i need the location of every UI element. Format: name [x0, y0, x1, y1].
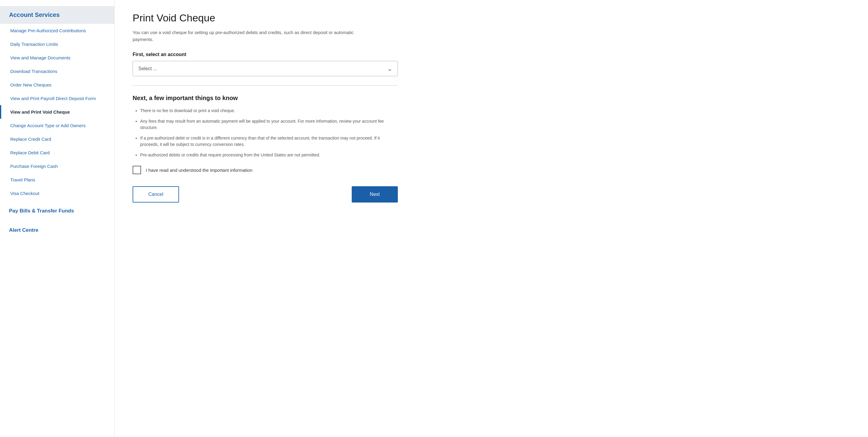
- sidebar-item-manage-pre-auth[interactable]: Manage Pre-Authorized Contributions: [0, 24, 114, 37]
- page-title: Print Void Cheque: [133, 12, 850, 24]
- list-item: There is no fee to download or print a v…: [140, 107, 398, 114]
- alert-centre-title[interactable]: Alert Centre: [0, 222, 114, 239]
- sidebar-item-travel-plans[interactable]: Travel Plans: [0, 173, 114, 187]
- sidebar-item-replace-credit-card[interactable]: Replace Credit Card: [0, 132, 114, 146]
- checkbox-row: I have read and understood the important…: [133, 166, 398, 174]
- list-item: If a pre-authorized debit or credit is i…: [140, 135, 398, 148]
- account-select-wrapper: Select ... ⌄: [133, 61, 398, 76]
- sidebar-item-replace-debit-card[interactable]: Replace Debit Card: [0, 146, 114, 159]
- sidebar-item-view-print-payroll[interactable]: View and Print Payroll Direct Deposit Fo…: [0, 92, 114, 105]
- sidebar-item-download-transactions[interactable]: Download Transactions: [0, 64, 114, 78]
- list-item: Any fees that may result from an automat…: [140, 118, 398, 131]
- page-description: You can use a void cheque for setting up…: [133, 29, 368, 43]
- sidebar-item-daily-transaction-limits[interactable]: Daily Transaction Limits: [0, 37, 114, 51]
- sidebar-item-visa-checkout[interactable]: Visa Checkout: [0, 187, 114, 200]
- account-select[interactable]: Select ...: [133, 61, 398, 76]
- sidebar-item-purchase-foreign-cash[interactable]: Purchase Foreign Cash: [0, 159, 114, 173]
- important-section-title: Next, a few important things to know: [133, 95, 398, 101]
- button-row: Cancel Next: [133, 186, 398, 202]
- list-item: Pre-authorized debits or credits that re…: [140, 152, 398, 158]
- pay-bills-title[interactable]: Pay Bills & Transfer Funds: [0, 202, 114, 219]
- checkbox-label: I have read and understood the important…: [146, 167, 253, 173]
- select-account-label: First, select an account: [133, 52, 850, 57]
- page-container: Account Services Manage Pre-Authorized C…: [0, 0, 868, 437]
- important-section: Next, a few important things to know The…: [133, 95, 398, 174]
- section-divider: [133, 85, 398, 86]
- main-content: Print Void Cheque You can use a void che…: [115, 0, 868, 437]
- sidebar-item-change-account-type[interactable]: Change Account Type or Add Owners: [0, 119, 114, 132]
- sidebar-item-view-print-void-cheque[interactable]: View and Print Void Cheque: [0, 105, 114, 119]
- sidebar-item-view-manage-documents[interactable]: View and Manage Documents: [0, 51, 114, 64]
- account-services-title: Account Services: [0, 6, 114, 24]
- next-button[interactable]: Next: [352, 186, 398, 202]
- acknowledge-checkbox[interactable]: [133, 166, 141, 174]
- important-list: There is no fee to download or print a v…: [133, 107, 398, 158]
- sidebar-item-order-new-cheques[interactable]: Order New Cheques: [0, 78, 114, 92]
- cancel-button[interactable]: Cancel: [133, 186, 179, 202]
- sidebar: Account Services Manage Pre-Authorized C…: [0, 0, 115, 437]
